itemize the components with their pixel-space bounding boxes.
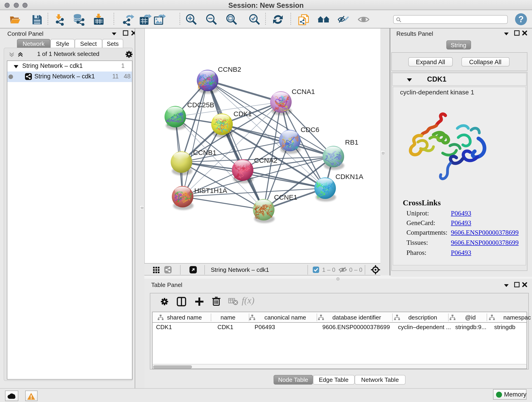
svg-text:?: ? xyxy=(518,14,524,24)
svg-text:CDC25B: CDC25B xyxy=(187,101,214,109)
svg-text:CCNE1: CCNE1 xyxy=(274,193,298,201)
svg-text:CDKN1A: CDKN1A xyxy=(336,173,363,180)
svg-text:CCNA2: CCNA2 xyxy=(254,157,278,164)
svg-text:HIST1H1A: HIST1H1A xyxy=(194,187,227,194)
svg-text:RB1: RB1 xyxy=(345,138,358,146)
svg-text:CDK1: CDK1 xyxy=(234,110,252,118)
svg-text:CCNA1: CCNA1 xyxy=(292,88,315,95)
svg-text:CCNB2: CCNB2 xyxy=(218,65,241,73)
svg-text:CDC6: CDC6 xyxy=(301,126,319,133)
svg-text:CCNB1: CCNB1 xyxy=(193,149,216,156)
